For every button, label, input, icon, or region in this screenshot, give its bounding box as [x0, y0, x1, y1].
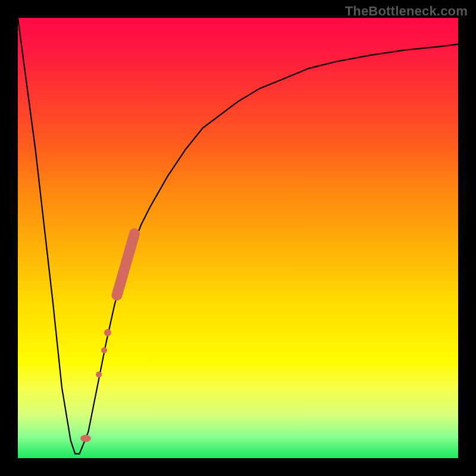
bottleneck-curve — [18, 18, 458, 454]
watermark-text: TheBottleneck.com — [345, 4, 468, 19]
marker-dot-1 — [101, 347, 107, 353]
chart-svg — [18, 18, 458, 458]
marker-dot-0 — [104, 329, 111, 336]
chart-frame: TheBottleneck.com — [0, 0, 476, 476]
marker-pill — [117, 234, 135, 296]
marker-dot-3 — [80, 435, 91, 442]
marker-dot-2 — [96, 371, 102, 377]
